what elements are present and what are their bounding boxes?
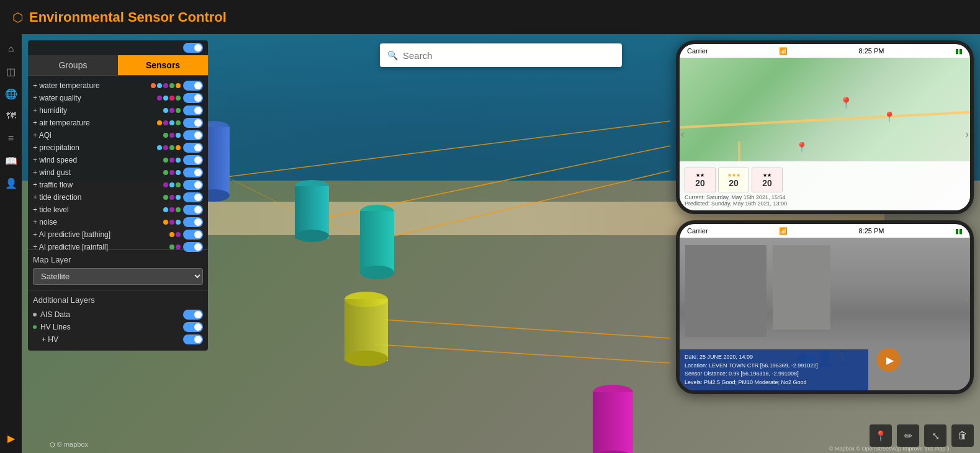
sensor-air-temperature[interactable]: + air temperature	[33, 117, 203, 129]
toggle-water-temperature[interactable]	[183, 81, 203, 91]
sidebar-arrow[interactable]: ▶	[2, 429, 20, 447]
layer-ais-data[interactable]: AIS Data	[33, 308, 203, 321]
sensor-precipitation[interactable]: + precipitation	[33, 141, 203, 154]
phone-top-carrier: Carrier	[687, 47, 708, 55]
bottom-toolbar: 📍 ✏ ⤡ 🗑	[870, 424, 974, 447]
edit-button[interactable]: ✏	[897, 424, 919, 447]
search-icon: 🔍	[387, 50, 398, 60]
play-icon: ▶	[886, 354, 894, 366]
sensor-humidity[interactable]: + humidity	[33, 104, 203, 117]
toggle-wind-gust[interactable]	[183, 168, 203, 177]
sensor-aqi[interactable]: + AQi	[33, 129, 203, 141]
rating-box-2: ★★★ 20	[718, 168, 749, 192]
phone-top-arrow-left[interactable]: ‹	[681, 128, 685, 141]
toggle-tide-level[interactable]	[183, 205, 203, 215]
search-bar[interactable]: 🔍	[380, 43, 622, 67]
map-layer-section: Map Layer Satellite Street Terrain	[28, 249, 208, 290]
master-toggle-switch[interactable]	[183, 43, 203, 53]
additional-layers-section: Additional Layers AIS Data HV Lines + HV	[28, 290, 208, 351]
toggle-air-temperature[interactable]	[183, 118, 203, 128]
phone-bottom-arrow-right[interactable]: ›	[965, 292, 969, 305]
sensor-wind-speed[interactable]: + wind speed	[33, 154, 203, 166]
sensor-cylinder-green-teal[interactable]	[360, 205, 394, 279]
sidebar-layers[interactable]: ◫	[2, 63, 20, 80]
map-layer-select[interactable]: Satellite Street Terrain	[33, 268, 203, 285]
toggle-water-quality[interactable]	[183, 93, 203, 103]
left-panel: Groups Sensors + water temperature + wat…	[28, 40, 208, 351]
sidebar-stack[interactable]: ≡	[2, 130, 20, 147]
toggle-humidity[interactable]	[183, 105, 203, 115]
phone-top-arrow-right[interactable]: ›	[965, 128, 969, 141]
toggle-ai-bathing[interactable]	[183, 230, 203, 240]
predicted-date-label: Predicted: Sunday, May 16th 2021, 13:00	[685, 200, 787, 207]
map-pin-2: 📍	[883, 111, 896, 123]
toggle-hv-lines[interactable]	[183, 322, 203, 332]
tab-groups[interactable]: Groups	[28, 55, 118, 75]
sensor-water-temperature[interactable]: + water temperature	[33, 79, 203, 92]
phone-info-levels: Levels: PM2.5 Good; PM10 Moderate; No2 G…	[685, 379, 863, 387]
toggle-traffic-flow[interactable]	[183, 180, 203, 190]
phone-bottom-battery-icon: ▮▮	[955, 227, 963, 235]
sensor-traffic-flow[interactable]: + traffic flow	[33, 179, 203, 191]
phone-bottom-time: 8:25 PM	[859, 227, 884, 235]
location-button[interactable]: 📍	[870, 424, 892, 447]
sidebar-book[interactable]: 📖	[2, 152, 20, 169]
sensor-cylinder-magenta[interactable]	[593, 385, 633, 453]
search-input[interactable]	[403, 50, 614, 61]
tab-sensors[interactable]: Sensors	[118, 55, 208, 75]
map-pin-3: 📍	[796, 141, 808, 153]
rating-boxes: ★★ 20 ★★★ 20 ★★ 20	[685, 168, 965, 192]
toggle-hv[interactable]	[183, 334, 203, 344]
phone-info-location: Location: LEVEN TOWN CTR [56.196369, -2.…	[685, 362, 863, 370]
toggle-noise[interactable]	[183, 217, 203, 227]
sensor-wind-gust[interactable]: + wind gust	[33, 166, 203, 179]
sensor-list: + water temperature + water quality	[28, 76, 208, 249]
sensor-cylinder-teal[interactable]	[295, 180, 329, 242]
trash-button[interactable]: 🗑	[951, 424, 974, 447]
resize-button[interactable]: ⤡	[924, 424, 946, 447]
layer-hv[interactable]: + HV	[33, 333, 203, 346]
phone-top-wifi-icon: 📶	[779, 47, 788, 55]
toggle-aqi[interactable]	[183, 130, 203, 140]
phone-info-sensor-distance: Sensor Distance: 0.9k [56.196318, -2.991…	[685, 370, 863, 379]
phone-top-status-bar: Carrier 📶 8:25 PM ▮▮	[680, 44, 970, 58]
rating-box-1: ★★ 20	[685, 168, 716, 192]
sensor-cylinder-yellow[interactable]	[344, 292, 388, 366]
sensor-tide-direction[interactable]: + tide direction	[33, 191, 203, 204]
sidebar-user[interactable]: 👤	[2, 174, 20, 192]
play-button[interactable]: ▶	[877, 348, 901, 372]
map-pin-1: 📍	[839, 96, 853, 110]
phone-bottom-wifi-icon: 📶	[779, 227, 788, 235]
sensor-noise[interactable]: + noise	[33, 216, 203, 228]
sensor-tide-level[interactable]: + tide level	[33, 204, 203, 216]
sensor-ai-bathing[interactable]: + AI predictive [bathing]	[33, 228, 203, 241]
map-layer-label: Map Layer	[33, 255, 203, 264]
phone-bottom-status-bar: Carrier 📶 8:25 PM ▮▮	[680, 224, 970, 238]
current-date-label: Current: Saturday, May 15th 2021, 15:54	[685, 194, 785, 200]
sidebar-image[interactable]: 🌐	[2, 85, 20, 102]
phone-top-battery-icon: ▮▮	[955, 47, 963, 55]
toggle-precipitation[interactable]	[183, 143, 203, 153]
additional-layers-title: Additional Layers	[33, 295, 203, 305]
sensor-water-quality[interactable]: + water quality	[33, 92, 203, 104]
left-sidebar: ⌂ ◫ 🌐 🗺 ≡ 📖 👤 ▶	[0, 34, 22, 453]
master-toggle-row	[28, 40, 208, 55]
sidebar-home[interactable]: ⌂	[2, 40, 20, 58]
mapbox-logo: ⬡ © mapbox	[50, 441, 88, 448]
map-area[interactable]: 🔍 Groups Sensors + water temperature	[22, 34, 980, 453]
toggle-ai-rainfall[interactable]	[183, 242, 203, 252]
topbar: ⬡ Environmental Sensor Control	[0, 0, 980, 34]
phone-info-overlay: Date: 25 JUNE 2020, 14:09 Location: LEVE…	[680, 349, 868, 390]
phone-top-content: 📍 📍 📍 ★★ 20 ★★★ 20	[680, 58, 970, 210]
phone-top-time: 8:25 PM	[859, 47, 884, 55]
sidebar-map[interactable]: 🗺	[2, 107, 20, 125]
rating-box-3: ★★ 20	[752, 168, 783, 192]
phone-bottom-carrier: Carrier	[687, 227, 708, 235]
app-title: Environmental Sensor Control	[29, 9, 227, 25]
toggle-tide-direction[interactable]	[183, 192, 203, 202]
layer-hv-lines[interactable]: HV Lines	[33, 321, 203, 333]
toggle-ais-data[interactable]	[183, 310, 203, 320]
toggle-wind-speed[interactable]	[183, 155, 203, 165]
phone-bottom-arrow-left[interactable]: ‹	[681, 292, 685, 305]
panel-tabs: Groups Sensors	[28, 55, 208, 76]
